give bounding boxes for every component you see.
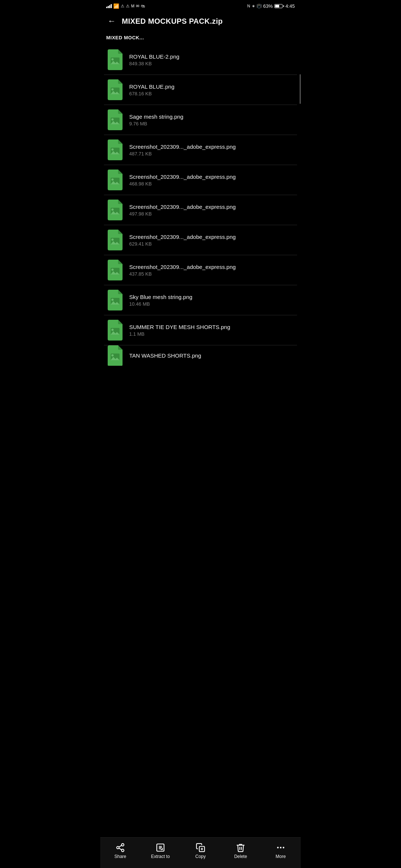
list-item[interactable]: Screenshot_202309..._adobe_express.png 6… (104, 225, 297, 255)
more-label: More (276, 854, 286, 859)
extract-icon (156, 843, 165, 852)
file-size: 1.1 MB (129, 331, 295, 337)
delete-label: Delete (234, 854, 247, 859)
mail-icon: M (131, 4, 134, 8)
file-name: Screenshot_202309..._adobe_express.png (129, 234, 295, 240)
file-info: SUMMER TIE DYE MESH SHORTS.png 1.1 MB (129, 324, 295, 337)
file-info: Screenshot_202309..._adobe_express.png 4… (129, 204, 295, 217)
back-button[interactable]: ← (106, 15, 117, 27)
list-item[interactable]: Screenshot_202309..._adobe_express.png 4… (104, 255, 297, 285)
svg-point-15 (111, 269, 114, 271)
list-item[interactable]: Screenshot_202309..._adobe_express.png 4… (104, 165, 297, 195)
svg-point-19 (111, 329, 114, 331)
warning-icon1: ⚠ (121, 4, 124, 9)
breadcrumb: MIXED MOCK... (100, 33, 301, 45)
file-icon (106, 170, 124, 190)
shop-icon: 🛍 (141, 4, 145, 8)
list-item[interactable]: Screenshot_202309..._adobe_express.png 4… (104, 135, 297, 165)
bluetooth-icon: ∗ (252, 4, 255, 9)
svg-point-34 (277, 847, 278, 848)
clock: 4:45 (286, 3, 295, 9)
file-icon (106, 139, 124, 160)
file-icon (106, 260, 124, 280)
envelope-icon: ✉ (136, 4, 139, 9)
scrollbar[interactable] (300, 74, 301, 104)
nav-extract[interactable]: Extract to (140, 841, 180, 861)
list-item[interactable]: Screenshot_202309..._adobe_express.png 4… (104, 195, 297, 225)
nfc-icon: N (247, 4, 250, 8)
file-size: 487.71 KB (129, 151, 295, 157)
battery-icon (274, 4, 284, 8)
status-left-icons: 📶 ⚠ ⚠ M ✉ 🛍 (106, 3, 145, 9)
file-icon (106, 109, 124, 130)
file-list-container: ROYAL BLUE-2.png 849.38 KB ROYAL BLUE.pn… (100, 45, 301, 399)
file-size: 437.85 KB (129, 271, 295, 277)
svg-rect-31 (199, 846, 205, 852)
file-name: ROYAL BLUE.png (129, 83, 295, 90)
nav-more[interactable]: More (261, 841, 301, 861)
svg-point-3 (111, 88, 114, 91)
file-name: TAN WASHED SHORTS.png (129, 352, 295, 359)
copy-label: Copy (195, 854, 206, 859)
svg-point-21 (111, 354, 114, 356)
svg-point-1 (111, 58, 114, 60)
svg-line-25 (119, 848, 121, 850)
file-name: Screenshot_202309..._adobe_express.png (129, 264, 295, 270)
svg-line-26 (119, 845, 121, 847)
file-info: ROYAL BLUE-2.png 849.38 KB (129, 53, 295, 66)
list-item[interactable]: Sage mesh string.png 9.76 MB (104, 105, 297, 135)
svg-point-9 (111, 178, 114, 181)
list-item[interactable]: TAN WASHED SHORTS.png (104, 345, 297, 366)
warning-icon2: ⚠ (126, 4, 130, 9)
list-item[interactable]: ROYAL BLUE.png 678.16 KB (104, 75, 297, 105)
file-info: Sage mesh string.png 9.76 MB (129, 114, 295, 126)
list-item[interactable]: ROYAL BLUE-2.png 849.38 KB (104, 45, 297, 75)
status-bar: 📶 ⚠ ⚠ M ✉ 🛍 N ∗ 📳 63% 4:45 (100, 0, 301, 10)
svg-point-36 (283, 847, 284, 848)
file-info: ROYAL BLUE.png 678.16 KB (129, 83, 295, 96)
file-size: 678.16 KB (129, 91, 295, 96)
file-size: 629.41 KB (129, 241, 295, 247)
file-icon (106, 200, 124, 220)
page-title: MIXED MOCKUPS PACK.zip (122, 17, 223, 26)
file-icon (106, 230, 124, 250)
file-name: Screenshot_202309..._adobe_express.png (129, 144, 295, 150)
file-name: Screenshot_202309..._adobe_express.png (129, 174, 295, 180)
file-icon (106, 79, 124, 100)
file-name: Screenshot_202309..._adobe_express.png (129, 204, 295, 210)
file-icon (106, 290, 124, 310)
svg-point-5 (111, 118, 114, 121)
file-info: TAN WASHED SHORTS.png (129, 352, 295, 359)
vibrate-icon: 📳 (257, 4, 262, 9)
file-name: ROYAL BLUE-2.png (129, 53, 295, 60)
delete-icon (236, 843, 245, 852)
battery-percent: 63% (263, 3, 273, 9)
file-name: Sage mesh string.png (129, 114, 295, 120)
wifi-icon: 📶 (113, 3, 119, 9)
file-icon (106, 320, 124, 341)
file-name: Sky Blue mesh string.png (129, 294, 295, 300)
file-size: 497.98 KB (129, 211, 295, 217)
file-list: ROYAL BLUE-2.png 849.38 KB ROYAL BLUE.pn… (100, 45, 301, 366)
file-info: Sky Blue mesh string.png 10.46 MB (129, 294, 295, 307)
nav-delete[interactable]: Delete (221, 841, 261, 861)
copy-icon (196, 843, 205, 852)
svg-point-35 (280, 847, 281, 848)
list-item[interactable]: SUMMER TIE DYE MESH SHORTS.png 1.1 MB (104, 315, 297, 345)
nav-share[interactable]: Share (100, 841, 140, 861)
list-item[interactable]: Sky Blue mesh string.png 10.46 MB (104, 285, 297, 315)
file-icon (106, 49, 124, 70)
file-info: Screenshot_202309..._adobe_express.png 6… (129, 234, 295, 247)
file-info: Screenshot_202309..._adobe_express.png 4… (129, 144, 295, 157)
more-icon (276, 843, 286, 852)
file-size: 10.46 MB (129, 301, 295, 307)
file-name: SUMMER TIE DYE MESH SHORTS.png (129, 324, 295, 330)
svg-point-11 (111, 208, 114, 211)
share-icon (115, 843, 125, 852)
file-info: Screenshot_202309..._adobe_express.png 4… (129, 264, 295, 277)
file-icon (106, 345, 124, 366)
bottom-nav: Share Extract to Copy Delete (100, 837, 301, 868)
extract-label: Extract to (151, 854, 170, 859)
nav-copy[interactable]: Copy (180, 841, 221, 861)
share-label: Share (114, 854, 126, 859)
